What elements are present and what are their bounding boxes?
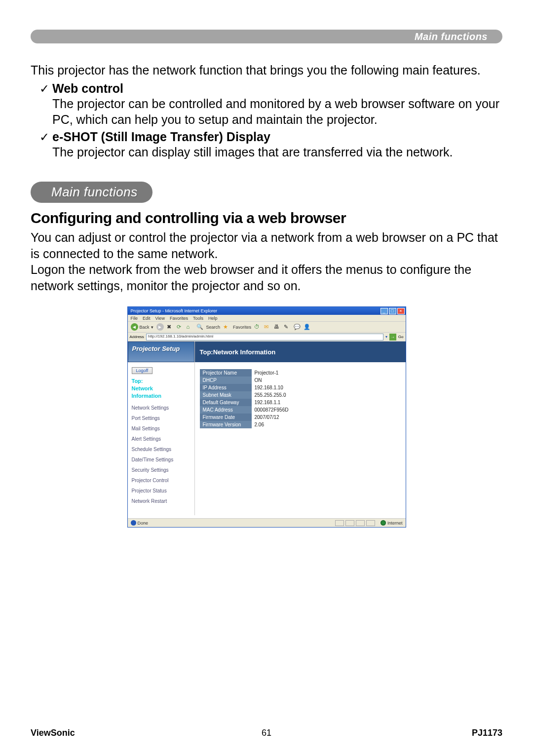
ie-content: Projector Setup Logoff Top: Network Info… <box>128 341 406 515</box>
footer-model: PJ1173 <box>472 728 502 738</box>
browser-screenshot: Projector Setup - Microsoft Internet Exp… <box>127 306 406 528</box>
back-arrow-icon: ◄ <box>131 323 138 331</box>
close-icon[interactable]: × <box>397 308 405 314</box>
status-zone: Internet <box>387 521 403 526</box>
sidebar-top-label: Top: <box>128 377 194 384</box>
sidebar-item-alert-settings[interactable]: Alert Settings <box>128 434 194 444</box>
header-bar: Main functions <box>31 30 502 43</box>
menu-view[interactable]: View <box>155 316 165 320</box>
info-label: Projector Name <box>200 369 252 377</box>
history-icon[interactable]: ⏱ <box>254 324 261 331</box>
discuss-icon[interactable]: 💬 <box>294 324 301 331</box>
sidebar-item-datetime-settings[interactable]: Date/Time Settings <box>128 454 194 465</box>
address-dropdown-icon[interactable]: ▾ <box>385 335 387 339</box>
minimize-icon[interactable]: _ <box>381 308 388 314</box>
sidebar-network-label: Network <box>128 384 194 392</box>
messenger-icon[interactable]: 👤 <box>304 324 310 331</box>
favorites-label[interactable]: Favorites <box>233 325 251 330</box>
dropdown-icon: ▾ <box>151 325 153 330</box>
logoff-button[interactable]: Logoff <box>132 367 153 374</box>
sidebar-item-projector-status[interactable]: Projector Status <box>128 486 194 496</box>
feature-web-control: ✓Web control The projector can be contro… <box>39 81 502 128</box>
print-icon[interactable]: 🖶 <box>274 324 281 331</box>
main-header: Top:Network Information <box>195 341 406 362</box>
feature-desc: The projector can display still images t… <box>52 144 502 160</box>
feature-title: e-SHOT (Still Image Transfer) Display <box>52 130 270 144</box>
menu-help[interactable]: Help <box>208 316 218 320</box>
table-row: Projector NameProjector-1 <box>200 369 338 377</box>
section-body-2: Logon the network from the web browser a… <box>31 262 502 294</box>
checkmark-icon: ✓ <box>39 82 49 95</box>
info-label: Firmware Version <box>200 421 252 428</box>
sidebar-item-mail-settings[interactable]: Mail Settings <box>128 423 194 434</box>
info-value: 255.255.255.0 <box>252 391 338 399</box>
table-row: Firmware Version2.06 <box>200 421 338 428</box>
table-row: MAC Address0000872F956D <box>200 406 338 414</box>
checkmark-icon: ✓ <box>39 130 49 144</box>
favorites-icon[interactable]: ★ <box>223 324 230 331</box>
info-value: 2.06 <box>252 421 338 428</box>
info-label: IP Address <box>200 384 252 391</box>
internet-zone-icon <box>381 520 386 526</box>
section-pill-text: Main functions <box>51 185 138 199</box>
mail-icon[interactable]: ✉ <box>264 324 271 331</box>
section-pill: Main functions <box>31 182 152 203</box>
ie-addressbar: Address http://192.168.1.10/admin/admin.… <box>128 333 406 341</box>
intro-paragraph: This projector has the network function … <box>31 62 502 78</box>
info-value: 2007/07/12 <box>252 414 338 421</box>
maximize-icon[interactable]: □ <box>389 308 396 314</box>
header-bar-text: Main functions <box>415 31 488 42</box>
info-value: 0000872F956D <box>252 406 338 414</box>
network-info-table: Projector NameProjector-1 DHCPON IP Addr… <box>200 369 338 428</box>
go-label: Go <box>398 335 404 339</box>
projector-sidebar: Projector Setup Logoff Top: Network Info… <box>128 341 195 515</box>
info-value: ON <box>252 377 338 384</box>
menu-favorites[interactable]: Favorites <box>170 316 188 320</box>
feature-title: Web control <box>52 81 123 95</box>
address-label: Address <box>130 335 144 339</box>
feature-desc: The projector can be controlled and moni… <box>52 96 502 128</box>
sidebar-item-network-restart[interactable]: Network Restart <box>128 496 194 506</box>
table-row: Subnet Mask255.255.255.0 <box>200 391 338 399</box>
edit-icon[interactable]: ✎ <box>284 324 291 331</box>
ie-statusbar: Done Internet <box>128 518 406 527</box>
menu-tools[interactable]: Tools <box>193 316 203 320</box>
page-footer: ViewSonic 61 PJ1173 <box>31 728 502 738</box>
section-body-1: You can adjust or control the projector … <box>31 229 502 262</box>
ie-window-title: Projector Setup - Microsoft Internet Exp… <box>131 308 218 313</box>
footer-page-number: 61 <box>262 728 271 738</box>
section-heading: Configuring and controlling via a web br… <box>31 210 502 227</box>
search-label[interactable]: Search <box>206 325 221 330</box>
home-icon[interactable]: ⌂ <box>187 324 193 331</box>
sidebar-item-network-settings[interactable]: Network Settings <box>128 403 194 413</box>
statusbar-panes <box>335 520 375 526</box>
info-label: Subnet Mask <box>200 391 252 399</box>
ie-menubar: File Edit View Favorites Tools Help <box>128 315 406 322</box>
refresh-icon[interactable]: ⟳ <box>177 324 184 331</box>
info-value: 192.168.1.1 <box>252 399 338 406</box>
info-label: DHCP <box>200 377 252 384</box>
back-button[interactable]: ◄ Back ▾ <box>131 323 153 331</box>
info-label: MAC Address <box>200 406 252 414</box>
info-label: Firmware Date <box>200 414 252 421</box>
go-button[interactable]: → <box>389 334 396 340</box>
menu-file[interactable]: File <box>131 316 138 320</box>
menu-edit[interactable]: Edit <box>143 316 151 320</box>
info-value: 192.168.1.10 <box>252 384 338 391</box>
info-label: Default Gateway <box>200 399 252 406</box>
search-icon[interactable]: 🔍 <box>196 324 203 331</box>
sidebar-item-projector-control[interactable]: Projector Control <box>128 475 194 486</box>
sidebar-logo: Projector Setup <box>128 341 194 362</box>
status-done: Done <box>138 521 149 526</box>
address-input[interactable]: http://192.168.1.10/admin/admin.html <box>146 334 383 340</box>
table-row: IP Address192.168.1.10 <box>200 384 338 391</box>
back-label: Back <box>140 325 150 330</box>
sidebar-item-port-settings[interactable]: Port Settings <box>128 413 194 423</box>
table-row: Default Gateway192.168.1.1 <box>200 399 338 406</box>
table-row: DHCPON <box>200 377 338 384</box>
sidebar-item-schedule-settings[interactable]: Schedule Settings <box>128 444 194 454</box>
forward-button[interactable]: ► <box>156 323 164 331</box>
projector-main: Top:Network Information Projector NamePr… <box>195 341 406 515</box>
stop-icon[interactable]: ✖ <box>167 324 174 331</box>
sidebar-item-security-settings[interactable]: Security Settings <box>128 465 194 475</box>
